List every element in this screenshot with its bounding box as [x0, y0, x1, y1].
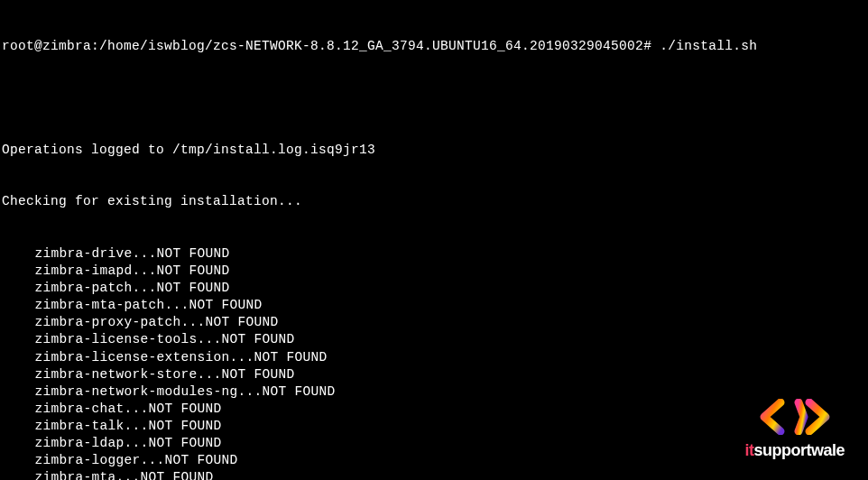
watermark-logo: itsupportwale: [744, 399, 845, 462]
log-message: Operations logged to /tmp/install.log.is…: [2, 142, 866, 159]
brand-rest: supportwale: [753, 441, 845, 459]
package-check-row: zimbra-network-modules-ng...NOT FOUND: [2, 383, 866, 401]
package-check-row: zimbra-ldap...NOT FOUND: [2, 435, 866, 452]
package-check-row: zimbra-chat...NOT FOUND: [2, 401, 866, 418]
package-check-list: zimbra-drive...NOT FOUNDzimbra-imapd...N…: [2, 245, 866, 480]
package-check-row: zimbra-license-tools...NOT FOUND: [2, 331, 866, 348]
package-check-row: zimbra-logger...NOT FOUND: [2, 452, 866, 469]
code-brackets-icon: [759, 399, 831, 435]
user-host: root@zimbra: [2, 39, 91, 53]
brand-prefix: it: [744, 441, 753, 459]
current-path: /home/iswblog/zcs-NETWORK-8.8.12_GA_3794…: [99, 39, 643, 53]
package-check-row: zimbra-imapd...NOT FOUND: [2, 263, 866, 280]
package-check-row: zimbra-patch...NOT FOUND: [2, 280, 866, 297]
package-check-row: zimbra-mta-patch...NOT FOUND: [2, 297, 866, 314]
package-check-row: zimbra-network-store...NOT FOUND: [2, 366, 866, 383]
package-check-row: zimbra-talk...NOT FOUND: [2, 418, 866, 435]
checking-message: Checking for existing installation...: [2, 193, 866, 210]
watermark-text: itsupportwale: [744, 440, 845, 462]
terminal-output: root@zimbra:/home/iswblog/zcs-NETWORK-8.…: [2, 4, 866, 480]
package-check-row: zimbra-license-extension...NOT FOUND: [2, 349, 866, 366]
package-check-row: zimbra-drive...NOT FOUND: [2, 245, 866, 263]
command: ./install.sh: [660, 39, 757, 53]
command-prompt[interactable]: root@zimbra:/home/iswblog/zcs-NETWORK-8.…: [2, 38, 866, 55]
package-check-row: zimbra-mta...NOT FOUND: [2, 469, 866, 480]
blank-line: [2, 90, 866, 107]
package-check-row: zimbra-proxy-patch...NOT FOUND: [2, 314, 866, 331]
